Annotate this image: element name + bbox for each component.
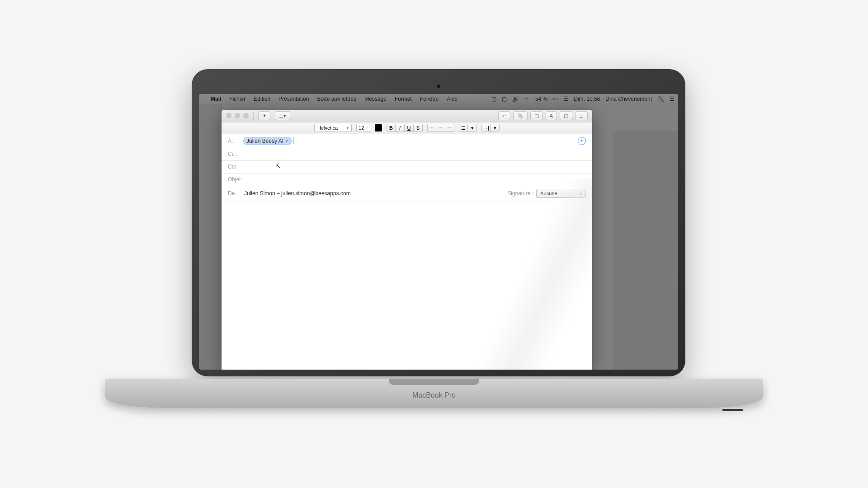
subject-row[interactable]: Objet : <box>222 174 592 186</box>
laptop-body: Mail Fichier Édition Présentation Boîte … <box>192 69 685 376</box>
format-bar: Helvetica 12 B I U S ≡ <box>222 122 592 134</box>
header-fields-button[interactable]: ☰▾ <box>275 111 290 120</box>
subject-label: Objet : <box>228 176 244 183</box>
signature-area: Signature : Aucune <box>507 189 586 198</box>
strike-button[interactable]: S <box>414 124 423 132</box>
signature-value: Aucune <box>540 191 557 196</box>
add-contact-button[interactable]: + <box>578 137 586 145</box>
photo-button[interactable]: ▢ <box>530 111 543 120</box>
notification-icon[interactable]: ☰ <box>670 96 675 102</box>
indent-group: →| ▾ <box>481 124 500 132</box>
menu-message[interactable]: Message <box>364 96 387 102</box>
bold-button[interactable]: B <box>387 124 396 132</box>
airplay-icon[interactable]: ▢ <box>491 96 496 102</box>
message-body[interactable] <box>222 201 592 370</box>
to-label: À : <box>228 138 241 144</box>
menu-format[interactable]: Format <box>395 96 412 102</box>
recipient-chip[interactable]: Julien Beesy AI <box>243 137 292 145</box>
cc-label: Cc : <box>228 151 241 157</box>
font-name: Helvetica <box>317 125 338 131</box>
format-a-icon: A <box>550 113 553 118</box>
laptop-label: MacBook Pro <box>412 391 456 399</box>
maximize-button[interactable] <box>243 113 249 118</box>
signature-label: Signature : <box>507 190 533 197</box>
italic-button[interactable]: I <box>396 124 405 132</box>
attach-button[interactable]: 📎 <box>513 111 528 120</box>
text-color-swatch[interactable] <box>375 124 382 131</box>
photo-icon: ▢ <box>534 113 539 119</box>
bcc-row[interactable]: Cci : <box>222 161 592 174</box>
align-right-button[interactable]: ≡ <box>445 124 454 132</box>
spotlight-icon[interactable]: 🔍 <box>657 96 664 102</box>
traffic-lights <box>226 113 249 118</box>
datetime[interactable]: Dim. 10:58 <box>574 96 600 102</box>
text-style-group: B I U S <box>387 124 423 132</box>
menu-fenetre[interactable]: Fenêtre <box>420 96 439 102</box>
indent-dropdown-button[interactable]: ▾ <box>491 124 500 132</box>
text-cursor <box>293 137 293 144</box>
display-icon[interactable]: ▢ <box>502 96 507 102</box>
camera <box>437 84 440 88</box>
menubar: Mail Fichier Édition Présentation Boîte … <box>199 94 678 104</box>
send-button[interactable]: ✈ <box>258 111 270 120</box>
list-group: ☰ ▾ <box>459 124 477 132</box>
size-select[interactable]: 12 <box>356 124 370 132</box>
menu-presentation[interactable]: Présentation <box>278 96 309 102</box>
cc-row[interactable]: Cc : <box>222 148 592 161</box>
from-value[interactable]: Julien Simon – julien.simon@beesapps.com <box>244 190 351 197</box>
markup-icon: ▢ <box>564 113 568 119</box>
wifi-icon[interactable]: ᯤ <box>524 96 530 102</box>
laptop-notch <box>389 379 479 385</box>
align-left-button[interactable]: ≡ <box>427 124 436 132</box>
titlebar: ✈ ☰▾ ↩ 📎 ▢ <box>222 110 592 122</box>
desktop: Mail Fichier Édition Présentation Boîte … <box>199 94 678 370</box>
menu-fichier[interactable]: Fichier <box>229 96 245 102</box>
close-button[interactable] <box>226 113 231 118</box>
screen: Mail Fichier Édition Présentation Boîte … <box>199 94 678 370</box>
laptop-base: MacBook Pro <box>105 379 763 408</box>
font-select[interactable]: Helvetica <box>314 124 352 132</box>
from-row: De : Julien Simon – julien.simon@beesapp… <box>222 186 592 201</box>
send-icon: ✈ <box>262 113 266 119</box>
underline-button[interactable]: U <box>405 124 414 132</box>
laptop-mockup: Mail Fichier Édition Présentation Boîte … <box>105 69 763 419</box>
plus-icon: + <box>580 137 584 144</box>
sidebar-icon: ☰ <box>579 113 584 119</box>
divider <box>253 112 254 120</box>
list-button[interactable]: ☰ <box>459 124 468 132</box>
battery-icon[interactable]: ▭ <box>553 96 558 102</box>
format-button[interactable]: A <box>546 111 557 120</box>
screen-reflection <box>425 178 592 370</box>
to-row[interactable]: À : Julien Beesy AI + <box>222 134 592 148</box>
menu-app-name[interactable]: Mail <box>211 96 221 102</box>
background-sidebar <box>199 104 222 370</box>
paperclip-icon: 📎 <box>517 113 524 119</box>
laptop-foot <box>722 409 743 411</box>
list-dropdown-button[interactable]: ▾ <box>468 124 477 132</box>
align-group: ≡ ≡ ≡ <box>427 124 454 132</box>
menu-boite[interactable]: Boîte aux lettres <box>317 96 356 102</box>
user-name[interactable]: Dina Chevenement <box>605 96 652 102</box>
bcc-label: Cci : <box>228 164 241 170</box>
markup-button[interactable]: ▢ <box>560 111 572 120</box>
font-size: 12 <box>359 125 364 131</box>
recipient-name: Julien Beesy AI <box>246 138 283 144</box>
sidebar-toggle-button[interactable]: ☰ <box>575 111 588 120</box>
control-center-icon[interactable]: ☰ <box>563 96 568 102</box>
indent-button[interactable]: →| <box>481 124 491 132</box>
battery-percent[interactable]: 54 % <box>535 96 547 102</box>
signature-dropdown[interactable]: Aucune <box>536 189 586 198</box>
align-center-button[interactable]: ≡ <box>436 124 445 132</box>
minimize-button[interactable] <box>235 113 240 118</box>
reply-button[interactable]: ↩ <box>498 111 510 120</box>
background-contact-panel <box>613 131 678 370</box>
menu-edition[interactable]: Édition <box>254 96 270 102</box>
compose-window: ✈ ☰▾ ↩ 📎 ▢ <box>222 110 592 370</box>
reply-icon: ↩ <box>502 113 506 119</box>
volume-icon[interactable]: 🔊 <box>512 96 519 102</box>
menu-aide[interactable]: Aide <box>447 96 458 102</box>
from-label: De : <box>228 190 241 197</box>
header-fields: À : Julien Beesy AI + Cc : <box>222 134 592 201</box>
list-icon: ☰▾ <box>279 113 286 119</box>
